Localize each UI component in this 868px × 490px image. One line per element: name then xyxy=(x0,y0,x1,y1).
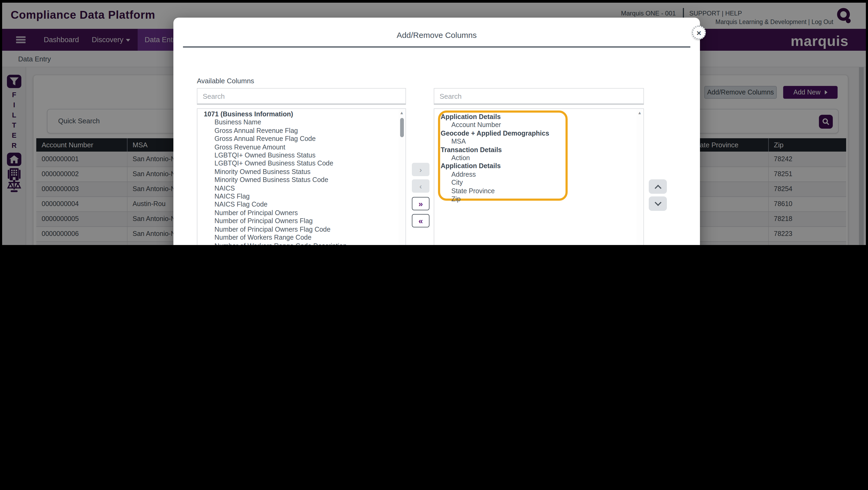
modal-title: Add/Remove Columns xyxy=(174,30,700,39)
available-column-option[interactable]: NAICS Flag Code xyxy=(197,201,398,209)
column-group-header: Application Details xyxy=(434,163,636,171)
chevron-up-icon xyxy=(654,184,661,191)
available-column-option[interactable]: Minority Owned Business Status xyxy=(197,168,398,176)
add-remove-columns-modal: Add/Remove Columns × Available Columns 1… xyxy=(174,18,700,245)
available-column-option[interactable]: Number of Principal Owners Flag xyxy=(197,218,398,226)
modal-title-divider xyxy=(183,47,690,48)
available-column-option[interactable]: NAICS Flag xyxy=(197,193,398,201)
scroll-thumb[interactable] xyxy=(400,118,404,137)
move-right-button[interactable]: › xyxy=(412,163,430,176)
column-group-header: Geocode + Applied Demographics xyxy=(434,130,636,138)
available-column-option[interactable]: Gross Annual Revenue Flag xyxy=(197,127,398,135)
selected-column-option[interactable]: Zip xyxy=(434,195,636,204)
available-columns-label: Available Columns xyxy=(197,77,254,85)
available-columns-list[interactable]: 1071 (Business Information)Business Name… xyxy=(197,108,406,245)
selected-column-option[interactable]: City xyxy=(434,179,636,188)
available-column-option[interactable]: Gross Annual Revenue Flag Code xyxy=(197,135,398,143)
chevron-down-icon xyxy=(654,199,661,205)
selected-columns-items: Application DetailsAccount NumberGeocode… xyxy=(434,111,636,204)
available-column-option[interactable]: NAICS xyxy=(197,184,398,193)
move-down-button[interactable] xyxy=(649,196,667,211)
available-column-option[interactable]: LGBTQI+ Owned Business Status xyxy=(197,152,398,160)
available-columns-search-input[interactable] xyxy=(197,88,406,105)
scroll-up-icon[interactable]: ▲ xyxy=(399,111,405,115)
move-left-button[interactable]: ‹ xyxy=(412,179,430,193)
move-all-left-button[interactable]: « xyxy=(412,214,430,227)
available-column-option[interactable]: Minority Owned Business Status Code xyxy=(197,176,398,185)
selected-column-option[interactable]: Account Number xyxy=(434,121,636,130)
available-column-option[interactable]: Number of Principal Owners xyxy=(197,209,398,218)
scroll-up-icon[interactable]: ▲ xyxy=(637,111,643,115)
selected-column-option[interactable]: Address xyxy=(434,171,636,179)
close-icon[interactable]: × xyxy=(692,26,706,39)
selected-column-option[interactable]: MSA xyxy=(434,138,636,146)
available-column-option[interactable]: Number of Workers Range Code xyxy=(197,234,398,242)
column-group-header: 1071 (Business Information) xyxy=(197,111,398,119)
available-column-option[interactable]: LGBTQI+ Owned Business Status Code xyxy=(197,160,398,168)
available-column-option[interactable]: Number of Workers Range Code Description xyxy=(197,242,398,245)
selected-column-option[interactable]: State Province xyxy=(434,187,636,195)
selected-column-option[interactable]: Action xyxy=(434,154,636,163)
column-group-header: Transaction Details xyxy=(434,146,636,154)
selected-columns-search-input[interactable] xyxy=(434,88,644,105)
screen: Compliance Data Platform Marquis ONE - 0… xyxy=(0,0,868,245)
selected-list-scrollbar[interactable]: ▲ ▼ xyxy=(637,109,643,245)
available-column-option[interactable]: Gross Revenue Amount xyxy=(197,143,398,152)
move-up-button[interactable] xyxy=(649,179,667,194)
available-column-option[interactable]: Number of Principal Owners Flag Code xyxy=(197,226,398,234)
selected-columns-list[interactable]: Application DetailsAccount NumberGeocode… xyxy=(434,108,644,245)
available-columns-items: 1071 (Business Information)Business Name… xyxy=(197,111,398,245)
available-list-scrollbar[interactable]: ▲ ▼ xyxy=(399,109,405,245)
column-group-header: Application Details xyxy=(434,113,636,121)
available-column-option[interactable]: Business Name xyxy=(197,119,398,127)
move-all-right-button[interactable]: » xyxy=(412,197,430,210)
